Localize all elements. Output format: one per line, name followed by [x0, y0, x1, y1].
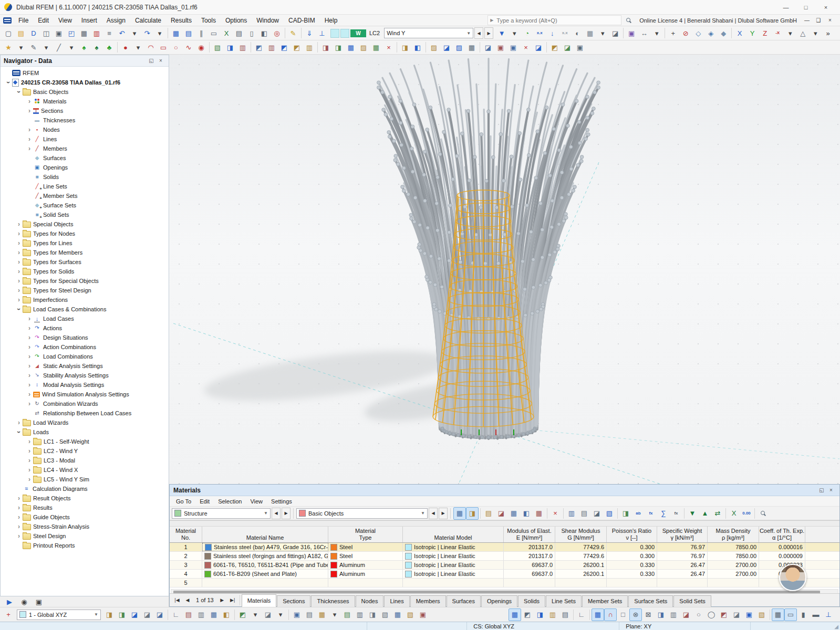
snap-star-button[interactable]: ▥ — [546, 608, 559, 621]
tree-item-nodes[interactable]: ›Nodes — [1, 125, 169, 134]
tree-item-openings[interactable]: ›Openings — [1, 163, 169, 172]
model-check-button[interactable]: ▨ — [428, 41, 440, 54]
snap-points-button[interactable]: ◨ — [534, 608, 546, 621]
tree-item-static-analysis-settings[interactable]: ›Static Analysis Settings — [1, 361, 169, 371]
filter-rows-button[interactable]: ◨ — [466, 507, 479, 520]
tree-item-combination-wizards[interactable]: ›Combination Wizards — [1, 399, 169, 408]
tree-item-results[interactable]: ›Results — [1, 503, 169, 512]
camera-video-button[interactable]: ▣ — [33, 595, 45, 608]
3d-viewport[interactable] — [169, 55, 840, 484]
grid-display-button[interactable]: ▦ — [772, 608, 784, 621]
cross-members-button[interactable]: ▨ — [357, 41, 370, 54]
expand-icon[interactable]: › — [26, 316, 33, 322]
cube-render-button[interactable]: ◆ — [717, 27, 730, 39]
tab-solids[interactable]: Solids — [518, 595, 545, 607]
table-columns-button[interactable]: ▤ — [482, 507, 495, 520]
previous-category-button[interactable]: ◀ — [429, 508, 438, 519]
tree-item-stability-analysis-settings[interactable]: ›Stability Analysis Settings — [1, 371, 169, 380]
tree-item-types-for-special-objects[interactable]: ›Types for Special Objects — [1, 276, 169, 286]
horizontal-scrollbar[interactable] — [171, 589, 838, 593]
material-row-2[interactable]: 2Stainless steel (forgings and fittings)… — [170, 552, 839, 561]
angle-measure-button[interactable]: ◨ — [399, 41, 411, 54]
column-header-e-n-mm[interactable]: Modulus of Elast.E [N/mm²] — [504, 527, 555, 542]
tree-item-solid-sets[interactable]: ›Solid Sets — [1, 210, 169, 219]
frame-select-button[interactable]: ◪ — [532, 41, 545, 54]
tree-item-materials[interactable]: ›Materials — [1, 97, 169, 106]
tab-openings[interactable]: Openings — [481, 595, 517, 607]
tree-item-wind-simulation-analysis-settings[interactable]: ›Wind Simulation Analysis Settings — [1, 390, 169, 399]
tree-item-load-cases-combinations[interactable]: ›Load Cases & Combinations — [1, 304, 169, 314]
expand-icon[interactable]: › — [26, 372, 33, 379]
expand-icon[interactable]: › — [26, 127, 33, 133]
line-arc-button[interactable]: ▥ — [354, 608, 366, 621]
tab-member-sets[interactable]: Member Sets — [582, 595, 628, 607]
expand-icon[interactable]: › — [15, 287, 23, 293]
tab-sections[interactable]: Sections — [277, 595, 310, 607]
import-table-button[interactable]: ▼ — [686, 507, 699, 520]
tree-item-guide-objects[interactable]: ›Guide Objects — [1, 512, 169, 522]
table-gear-button[interactable]: ◪ — [495, 507, 507, 520]
redo-button[interactable]: ↷ — [141, 27, 153, 39]
filter-cancel-button[interactable]: ▼ — [495, 27, 508, 39]
model-link-button[interactable]: ◫ — [40, 27, 53, 39]
pin-display-button[interactable]: ⊥ — [822, 608, 835, 621]
expand-icon[interactable]: › — [15, 240, 23, 246]
drop-button[interactable]: ▾ — [650, 27, 663, 39]
cell-material-name[interactable] — [202, 579, 328, 587]
point-snap-button[interactable]: ◩ — [236, 608, 249, 621]
collapse-icon[interactable]: › — [16, 88, 22, 96]
menu-options[interactable]: Options — [221, 16, 252, 25]
sync-table-button[interactable]: ⇄ — [711, 507, 724, 520]
snap-frame-button[interactable]: ▤ — [559, 608, 572, 621]
page-layout-button[interactable]: ▯ — [245, 27, 258, 39]
material-row-5[interactable]: 5 — [170, 579, 839, 587]
object-lock-button[interactable]: ◐ — [571, 27, 584, 39]
copy-button[interactable]: ▣ — [53, 27, 65, 39]
tree-item-lc5-wind-y-sim[interactable]: ›LC5 - Wind Y Sim — [1, 475, 169, 484]
tree-item-actions[interactable]: ›Actions — [1, 323, 169, 333]
delete-x-button[interactable]: × — [549, 507, 562, 520]
previous-page-button[interactable]: ◀ — [182, 595, 193, 605]
material-row-4[interactable]: 46061-T6-B209 (Sheet and Plate)AluminumI… — [170, 570, 839, 579]
axis-y-button[interactable]: Y — [746, 27, 759, 39]
tab-materials[interactable]: Materials — [242, 594, 277, 607]
tree-add-button[interactable]: ♠ — [90, 41, 103, 54]
insert-spline-button[interactable]: ∿ — [182, 41, 195, 54]
notes-button[interactable]: ≡ — [103, 27, 116, 39]
load-toggle-1[interactable] — [330, 29, 339, 38]
camera-save-button[interactable]: ▣ — [625, 27, 638, 39]
menu-cad-bim[interactable]: CAD-BIM — [284, 16, 320, 25]
line-star-button[interactable]: ▣ — [417, 608, 429, 621]
snap-field-button[interactable]: ◩ — [521, 608, 534, 621]
expand-icon[interactable]: › — [15, 495, 23, 501]
weld-members-button[interactable]: ▦ — [345, 41, 357, 54]
keyword-search[interactable]: ▶ — [488, 15, 621, 25]
grid-magnet-button[interactable]: ▦ — [592, 608, 604, 621]
drop-button[interactable]: ▾ — [328, 608, 341, 621]
snap-arrow2-button[interactable]: ◪ — [730, 608, 743, 621]
tree-item-stress-strain-analysis[interactable]: ›Stress-Strain Analysis — [1, 522, 169, 531]
tree-item-relationship-between-load-cases[interactable]: ›Relationship Between Load Cases — [1, 408, 169, 418]
tree-item-line-sets[interactable]: ›Line Sets — [1, 182, 169, 191]
drop-button[interactable]: ▾ — [508, 27, 521, 39]
expand-icon[interactable]: › — [26, 457, 33, 464]
column-header-material-model[interactable]: Material Model — [403, 527, 504, 542]
tree-item-calculation-diagrams[interactable]: ›Calculation Diagrams — [1, 484, 169, 494]
cs-manager-button[interactable]: ◪ — [153, 608, 166, 621]
previous-table-button[interactable]: ◀ — [272, 508, 281, 519]
minimize-button[interactable]: — — [776, 1, 796, 14]
tree-item-types-for-members[interactable]: ›Types for Members — [1, 248, 169, 257]
snap-line-button[interactable]: ▥ — [667, 608, 680, 621]
menu-file[interactable]: File — [14, 16, 33, 25]
col-insert-button[interactable]: ▦ — [507, 507, 520, 520]
menu-insert[interactable]: Insert — [77, 16, 102, 25]
collapse-icon[interactable]: › — [5, 79, 12, 86]
close-icon[interactable]: × — [156, 57, 165, 65]
search-history-icon[interactable]: ▶ — [490, 18, 493, 23]
line-x1-button[interactable]: ▦ — [391, 608, 404, 621]
expand-icon[interactable]: › — [15, 514, 23, 520]
column-header-material-name[interactable]: Material Name — [202, 527, 328, 542]
menu-view[interactable]: View — [54, 16, 77, 25]
snap-circle-cross-button[interactable]: ⊗ — [629, 608, 642, 621]
tab-thicknesses[interactable]: Thicknesses — [311, 595, 355, 607]
